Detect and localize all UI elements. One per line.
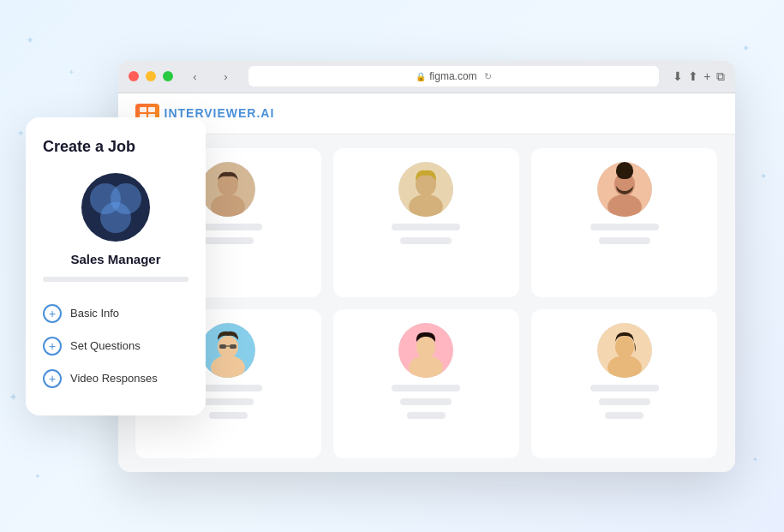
- browser-titlebar: ‹ › 🔒 figma.com ↻ ⬇ ⬆ + ⧉: [118, 61, 735, 93]
- decor-dot-2: ✦: [69, 69, 75, 76]
- svg-rect-0: [140, 107, 147, 112]
- candidate-name-5: [392, 385, 460, 392]
- menu-item-video-responses[interactable]: + Video Responses: [43, 362, 189, 395]
- candidate-info-6: [605, 412, 643, 419]
- back-button[interactable]: ‹: [187, 68, 204, 85]
- candidate-card-6[interactable]: [531, 309, 717, 458]
- copy-icon[interactable]: ⧉: [716, 69, 725, 84]
- basic-info-label: Basic Info: [70, 307, 119, 320]
- avatar-1: [200, 162, 255, 217]
- candidate-card-2[interactable]: [333, 148, 519, 297]
- address-bar[interactable]: 🔒 figma.com ↻: [248, 66, 660, 87]
- job-name: Sales Manager: [43, 252, 189, 266]
- avatar-3: [597, 162, 652, 217]
- svg-rect-18: [230, 344, 236, 349]
- candidate-card-5[interactable]: [333, 309, 519, 458]
- set-questions-label: Set Questions: [70, 339, 141, 352]
- traffic-light-yellow[interactable]: [146, 71, 156, 81]
- candidate-name-6: [590, 385, 659, 392]
- browser-actions: ⬇ ⬆ + ⧉: [673, 69, 724, 84]
- candidate-role-1: [202, 237, 254, 244]
- decor-dot-5: ✦: [742, 43, 750, 54]
- browser-content: INTERVIEWER.AI: [118, 93, 735, 472]
- refresh-icon: ↻: [484, 71, 492, 82]
- job-name-divider: [43, 277, 189, 282]
- candidate-name-3: [590, 224, 659, 230]
- venn-circle-3: [100, 202, 131, 233]
- candidate-role-2: [400, 237, 452, 244]
- traffic-light-green[interactable]: [163, 71, 173, 81]
- traffic-light-red[interactable]: [129, 71, 139, 81]
- forward-button[interactable]: ›: [218, 68, 235, 85]
- candidate-info-4: [209, 412, 248, 419]
- decor-dot-4: ✦: [34, 472, 41, 481]
- set-questions-icon: +: [43, 337, 62, 356]
- avatar-5: [398, 323, 453, 378]
- svg-rect-1: [148, 107, 155, 112]
- decor-dot-1: ✦: [26, 34, 34, 46]
- new-tab-icon[interactable]: +: [703, 69, 710, 83]
- app-header: INTERVIEWER.AI: [118, 93, 735, 134]
- candidates-grid: [118, 134, 735, 472]
- share-icon[interactable]: ⬆: [688, 69, 698, 83]
- candidate-name-2: [392, 224, 460, 230]
- job-icon-circle: [81, 173, 150, 242]
- url-text: figma.com: [429, 70, 476, 82]
- avatar-4: [200, 323, 255, 378]
- avatar-2: [398, 162, 453, 217]
- candidate-card-3[interactable]: [531, 148, 717, 297]
- menu-item-basic-info[interactable]: + Basic Info: [43, 297, 189, 330]
- decor-dot-3: ✦: [17, 129, 24, 138]
- svg-point-24: [615, 336, 634, 358]
- create-job-card: Create a Job Sales Manager + Basic Info …: [26, 117, 206, 415]
- candidate-role-5: [400, 398, 452, 405]
- decor-dot-6: ✦: [752, 456, 758, 463]
- candidate-role-4: [202, 398, 254, 405]
- video-responses-label: Video Responses: [70, 372, 158, 385]
- svg-point-21: [416, 336, 435, 358]
- avatar-6: [597, 323, 652, 378]
- candidate-role-3: [599, 237, 650, 244]
- lock-icon: 🔒: [416, 72, 426, 81]
- video-responses-icon: +: [43, 369, 62, 388]
- browser-window: ‹ › 🔒 figma.com ↻ ⬇ ⬆ + ⧉: [118, 61, 735, 472]
- decor-dot-8: ✦: [9, 391, 18, 403]
- download-icon[interactable]: ⬇: [673, 69, 683, 83]
- decor-dot-7: ✦: [760, 171, 767, 181]
- candidate-info-5: [407, 412, 446, 419]
- candidate-role-6: [599, 398, 650, 405]
- create-job-title: Create a Job: [43, 138, 189, 156]
- svg-rect-17: [219, 344, 226, 349]
- basic-info-icon: +: [43, 304, 62, 323]
- menu-item-set-questions[interactable]: + Set Questions: [43, 330, 189, 362]
